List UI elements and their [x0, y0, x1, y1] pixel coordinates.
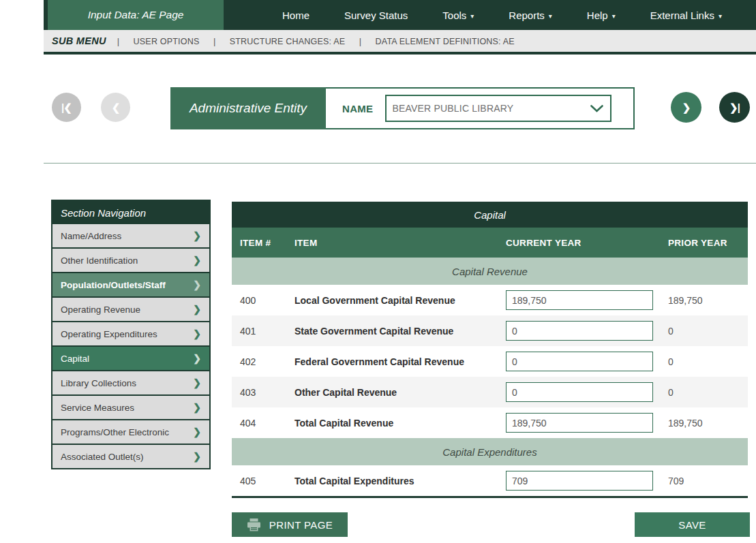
- section-navigation-title: Section Navigation: [52, 201, 209, 224]
- item-number: 404: [240, 418, 294, 429]
- current-year-input[interactable]: [506, 352, 653, 371]
- main-content: Section Navigation Name/Address ❯ Other …: [44, 164, 756, 543]
- item-number: 402: [240, 356, 294, 367]
- item-number: 401: [240, 326, 294, 337]
- first-record-button: |❮: [52, 93, 81, 122]
- section-band: Capital Revenue: [232, 258, 748, 285]
- nav-menu-item-label: Help: [587, 10, 608, 21]
- section-navigation: Section Navigation Name/Address ❯ Other …: [51, 200, 211, 469]
- nav-menu-item-label: Tools: [442, 10, 466, 21]
- sidebar-item-label: Service Measures: [61, 403, 134, 413]
- sidebar-item[interactable]: Associated Outlet(s) ❯: [52, 445, 209, 468]
- sub-menu-separator: |: [117, 36, 119, 46]
- entity-name-select[interactable]: BEAVER PUBLIC LIBRARY: [385, 95, 611, 122]
- sidebar-item[interactable]: Service Measures ❯: [52, 396, 209, 419]
- item-number: 400: [240, 295, 294, 306]
- sub-menu-bar: SUB MENU | USER OPTIONS | STRUCTURE CHAN…: [44, 30, 756, 55]
- table-row: 403 Other Capital Revenue 0: [232, 377, 748, 407]
- item-label: Other Capital Revenue: [294, 387, 506, 398]
- sidebar-item[interactable]: Programs/Other Electronic ❯: [52, 420, 209, 444]
- chevron-right-icon: ❯: [193, 426, 201, 437]
- page: Input Data: AE Page Home Survey Status T…: [0, 0, 756, 543]
- chevron-right-icon: ❯: [193, 451, 201, 462]
- chevron-right-icon: ❯: [193, 230, 201, 241]
- nav-menu-item[interactable]: Survey Status: [344, 10, 408, 21]
- printer-icon: [247, 518, 261, 531]
- current-year-input[interactable]: [506, 471, 653, 491]
- table-title: Capital: [232, 202, 748, 228]
- print-page-label: PRINT PAGE: [269, 519, 333, 531]
- chevron-right-icon: ❯: [193, 328, 201, 339]
- nav-menu-item[interactable]: Help ▾: [587, 10, 616, 21]
- entity-name-value: BEAVER PUBLIC LIBRARY: [392, 103, 513, 114]
- prior-year-value: 0: [663, 387, 740, 398]
- prior-year-value: 0: [663, 326, 740, 337]
- sub-menu-item[interactable]: STRUCTURE CHANGES: AE: [230, 37, 346, 46]
- chevron-right-icon: ❯: [193, 353, 201, 364]
- chevron-right-icon: ❯: [193, 279, 201, 290]
- sidebar-item-label: Operating Revenue: [61, 305, 140, 315]
- sub-menu-item[interactable]: DATA ELEMENT DEFINITIONS: AE: [376, 37, 515, 46]
- next-record-icon: ❯: [682, 102, 691, 114]
- next-record-button[interactable]: ❯: [671, 92, 701, 123]
- chevron-right-icon: ❯: [193, 377, 201, 388]
- nav-menu-item[interactable]: Home: [282, 10, 309, 21]
- sidebar-item[interactable]: Name/Address ❯: [52, 224, 209, 247]
- table-column-header: ITEM # ITEM CURRENT YEAR PRIOR YEAR: [232, 228, 748, 258]
- nav-menu-item-label: External Links: [650, 10, 714, 21]
- sidebar-item[interactable]: Capital ❯: [52, 347, 209, 370]
- item-label: State Government Capital Revenue: [294, 326, 506, 337]
- entity-box: Administrative Entity NAME BEAVER PUBLIC…: [170, 87, 635, 129]
- sub-menu-separator: |: [359, 36, 361, 46]
- sidebar-item-label: Name/Address: [61, 231, 121, 241]
- first-record-icon: |❮: [61, 102, 72, 114]
- sidebar-item-label: Other Identification: [61, 255, 138, 266]
- sidebar-item[interactable]: Operating Revenue ❯: [52, 298, 209, 321]
- item-label: Local Government Capital Revenue: [294, 295, 506, 306]
- sidebar-item[interactable]: Other Identification ❯: [52, 249, 209, 272]
- sidebar-item-label: Capital: [61, 354, 89, 364]
- prior-year-value: 0: [663, 356, 740, 367]
- sub-menu-item[interactable]: USER OPTIONS: [134, 37, 200, 46]
- chevron-right-icon: ❯: [193, 255, 201, 266]
- nav-menu-item[interactable]: Tools ▾: [442, 10, 474, 21]
- chevron-down-icon: [590, 105, 603, 112]
- sidebar-item[interactable]: Operating Expenditures ❯: [52, 322, 209, 345]
- sidebar-item-label: Operating Expenditures: [61, 329, 157, 339]
- sidebar-item-label: Population/Outlets/Staff: [61, 280, 166, 290]
- sub-menu-separator: |: [213, 36, 215, 46]
- current-year-input[interactable]: [506, 382, 653, 402]
- save-button[interactable]: SAVE: [635, 512, 750, 537]
- print-page-button[interactable]: PRINT PAGE: [232, 512, 348, 537]
- nav-menu-item-label: Reports: [509, 10, 545, 21]
- save-label: SAVE: [678, 519, 706, 531]
- item-label: Total Capital Expenditures: [294, 476, 506, 486]
- nav-menu-item[interactable]: Reports ▾: [509, 10, 552, 21]
- chevron-right-icon: ❯: [193, 402, 201, 413]
- sidebar-item[interactable]: Population/Outlets/Staff ❯: [52, 273, 209, 296]
- chevron-down-icon: ▾: [549, 12, 552, 20]
- previous-record-button: ❮: [101, 93, 130, 122]
- entity-navigator: |❮ ❮ Administrative Entity NAME BEAVER P…: [44, 55, 756, 164]
- section-navigation-items: Name/Address ❯ Other Identification ❯ Po…: [52, 224, 209, 468]
- sidebar-item-label: Programs/Other Electronic: [61, 427, 169, 437]
- sidebar-item-label: Library Collections: [61, 378, 136, 388]
- nav-menu-item[interactable]: External Links ▾: [650, 10, 722, 21]
- table-row: 405 Total Capital Expenditures 709: [232, 465, 748, 496]
- chevron-down-icon: ▾: [719, 12, 722, 20]
- last-record-button[interactable]: ❯|: [719, 92, 750, 123]
- chevron-down-icon: ▾: [612, 12, 616, 20]
- table-row: 400 Local Government Capital Revenue 189…: [232, 285, 748, 315]
- chevron-down-icon: ▾: [470, 12, 474, 20]
- item-number: 403: [240, 387, 294, 398]
- active-page-tab[interactable]: Input Data: AE Page: [48, 0, 224, 30]
- col-current-year: CURRENT YEAR: [506, 238, 663, 248]
- table-body: Capital Revenue 400 Local Government Cap…: [232, 258, 748, 496]
- current-year-input[interactable]: [506, 321, 653, 341]
- sidebar-item[interactable]: Library Collections ❯: [52, 371, 209, 394]
- current-year-input[interactable]: [506, 413, 653, 433]
- current-year-input[interactable]: [506, 290, 653, 310]
- prior-year-value: 189,750: [663, 418, 740, 429]
- item-label: Total Capital Revenue: [294, 418, 506, 429]
- prior-year-value: 709: [663, 476, 740, 486]
